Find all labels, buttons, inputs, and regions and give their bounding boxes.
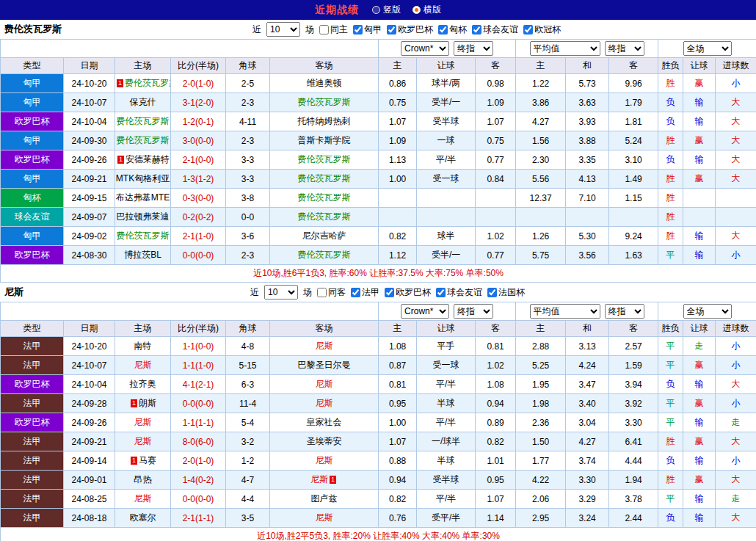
odds-final-select[interactable]: 终指 xyxy=(454,41,493,56)
odds-handicap: 平/半 xyxy=(417,413,476,432)
result-win-loss: 胜 xyxy=(658,208,683,227)
league-filter[interactable]: 法国杯 xyxy=(487,286,525,299)
league-filter-label: 法甲 xyxy=(362,286,379,299)
column-header: 让球 xyxy=(683,321,716,337)
team-label: 费伦茨瓦罗斯 xyxy=(298,192,351,203)
away-team-cell: 尼尔吉哈萨 xyxy=(270,227,379,246)
league-checkbox[interactable] xyxy=(438,25,448,35)
odds-handicap xyxy=(417,208,476,227)
match-score: 3-1(2-0) xyxy=(171,93,226,112)
league-badge: 法甲 xyxy=(1,394,64,413)
match-row: 欧罗巴杯24-09-26尼斯1-1(1-1)5-4皇家社会1.00平/半0.89… xyxy=(1,413,756,432)
avg-away: 3.94 xyxy=(609,375,658,394)
corner-count: 11-4 xyxy=(226,394,270,413)
match-count-select[interactable]: 10 xyxy=(264,285,298,299)
team-label: 尼斯 xyxy=(316,379,333,389)
away-team-cell: 尼斯1 xyxy=(270,471,379,490)
home-team-cell: 巴拉顿弗莱迪 xyxy=(115,208,171,227)
result-win-loss: 平 xyxy=(658,356,683,375)
league-filter[interactable]: 法甲 xyxy=(351,286,379,299)
match-date: 24-10-04 xyxy=(64,375,115,394)
away-team-cell: 普斯卡斯学院 xyxy=(270,131,379,150)
avg-away: 1.49 xyxy=(609,170,658,189)
result-goals: 大 xyxy=(716,131,756,150)
match-row: 欧罗巴杯24-10-04拉齐奥4-1(2-1)6-3尼斯0.81平/半1.081… xyxy=(1,375,756,394)
view-option-2[interactable]: 横版 xyxy=(412,4,441,16)
league-filter[interactable]: 匈杯 xyxy=(438,23,467,36)
corner-count: 3-5 xyxy=(226,509,270,528)
result-win-loss: 胜 xyxy=(658,432,683,451)
odds-away: 1.01 xyxy=(476,451,516,471)
summary-row: 近10场,胜2平5负3, 胜率:20% 让胜率:40% 大率:40% 单率:30… xyxy=(1,528,756,541)
scope-select[interactable]: 全场 xyxy=(683,304,732,319)
average-final-select[interactable]: 终指 xyxy=(605,304,644,319)
odds-company-select[interactable]: Crown* xyxy=(401,304,449,319)
result-handicap: 赢 xyxy=(683,170,716,189)
league-checkbox[interactable] xyxy=(353,25,363,35)
away-team-cell: 费伦茨瓦罗斯 xyxy=(270,189,379,208)
avg-home: 12.37 xyxy=(516,189,566,208)
league-checkbox[interactable] xyxy=(487,288,497,297)
league-badge: 欧罗巴杯 xyxy=(1,413,64,432)
scope-select[interactable]: 全场 xyxy=(683,41,732,56)
league-checkbox[interactable] xyxy=(351,288,360,297)
odds-final-select[interactable]: 终指 xyxy=(454,304,493,319)
league-checkbox[interactable] xyxy=(523,25,533,35)
result-win-loss: 平 xyxy=(658,394,683,413)
view-option-label: 横版 xyxy=(424,4,441,16)
average-select[interactable]: 平均值 xyxy=(530,304,600,319)
match-date: 24-10-07 xyxy=(64,93,115,112)
odds-handicap: 受半/一 xyxy=(417,93,476,112)
result-handicap: 赢 xyxy=(683,394,716,413)
result-handicap: 输 xyxy=(683,451,716,471)
league-checkbox[interactable] xyxy=(472,25,481,35)
avg-home: 1.77 xyxy=(516,451,566,471)
league-badge: 法甲 xyxy=(1,471,64,490)
same-venue-checkbox[interactable] xyxy=(319,25,329,35)
odds-home: 1.09 xyxy=(379,131,417,150)
corner-count: 0-0 xyxy=(226,208,270,227)
summary-row: 近10场,胜6平1负3, 胜率:60% 让胜率:37.5% 大率:75% 单率:… xyxy=(1,265,756,283)
match-row: 法甲24-09-21尼斯8-0(6-0)3-2圣埃蒂安1.07一/球半0.821… xyxy=(1,432,756,451)
league-filter[interactable]: 球会友谊 xyxy=(436,286,482,299)
league-filter[interactable]: 欧冠杯 xyxy=(523,23,561,36)
odds-handicap: 受半球 xyxy=(417,471,476,490)
odds-away: 0.94 xyxy=(476,394,516,413)
same-venue-checkbox[interactable] xyxy=(317,288,327,297)
average-final-select[interactable]: 终指 xyxy=(605,41,644,56)
team-label: 南特 xyxy=(134,341,152,351)
avg-draw: 3.13 xyxy=(566,337,609,356)
avg-away: 6.41 xyxy=(609,432,658,451)
league-filter[interactable]: 欧罗巴杯 xyxy=(387,23,433,36)
odds-company-select[interactable]: Crown* xyxy=(401,41,449,56)
league-filter[interactable]: 球会友谊 xyxy=(472,23,518,36)
match-row: 欧罗巴杯24-08-30博拉茨BL0-0(0-0)2-3费伦茨瓦罗斯1.12受半… xyxy=(1,246,756,265)
results-table: Crown*终指 平均值终指 全场 类型日期主场比分(半场)角球客场主让球客主和… xyxy=(0,302,756,541)
league-checkbox[interactable] xyxy=(436,288,446,297)
corner-count: 5-4 xyxy=(226,413,270,432)
match-count-select[interactable]: 10 xyxy=(266,22,300,37)
same-venue-filter[interactable]: 同客 xyxy=(317,286,346,299)
league-checkbox[interactable] xyxy=(387,25,396,35)
result-handicap: 输 xyxy=(683,227,716,246)
league-filter[interactable]: 匈甲 xyxy=(353,23,382,36)
match-score: 2-0(1-0) xyxy=(171,451,226,471)
league-filter[interactable]: 欧罗巴杯 xyxy=(385,286,431,299)
home-team-cell: 1费伦茨瓦罗斯 xyxy=(115,74,171,93)
average-select[interactable]: 平均值 xyxy=(530,41,600,56)
odds-away: 0.89 xyxy=(476,413,516,432)
odds-home: 1.13 xyxy=(379,150,417,170)
result-win-loss: 负 xyxy=(658,150,683,170)
avg-home: 2.95 xyxy=(516,509,566,528)
column-header: 主 xyxy=(516,58,566,74)
same-venue-filter[interactable]: 同主 xyxy=(319,23,348,36)
view-option-1[interactable]: 竖版 xyxy=(372,4,401,16)
league-checkbox[interactable] xyxy=(385,288,394,297)
league-filter-label: 欧冠杯 xyxy=(534,23,561,36)
team-label: 费伦茨瓦罗斯 xyxy=(298,211,351,222)
odds-handicap: 平/半 xyxy=(417,150,476,170)
league-badge: 法甲 xyxy=(1,509,64,528)
avg-draw: 4.24 xyxy=(566,356,609,375)
team-label: 尼斯 xyxy=(316,341,333,351)
match-date: 24-10-20 xyxy=(64,337,115,356)
